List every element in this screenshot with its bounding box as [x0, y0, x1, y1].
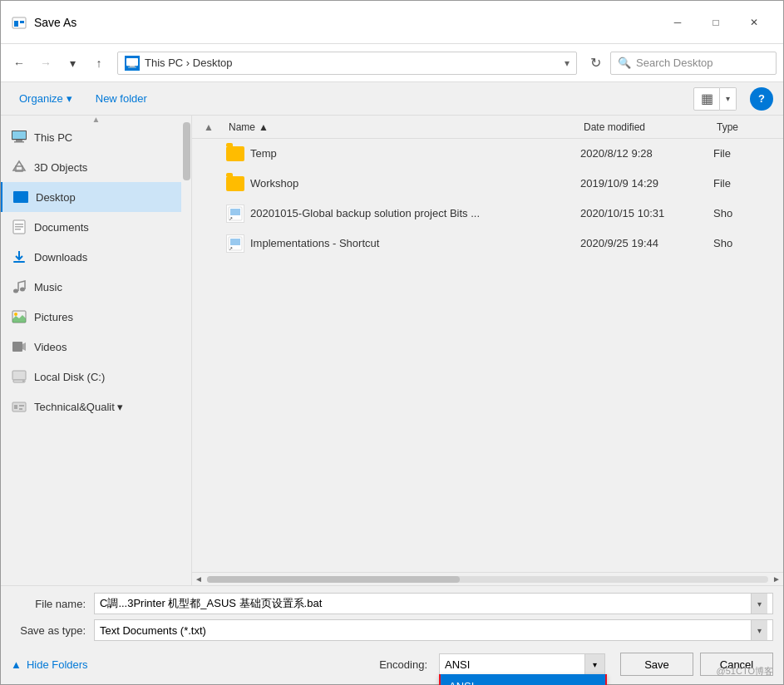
file-row-implementations[interactable]: ↗ Implementations - Shortcut 2020/9/25 1… [192, 229, 783, 259]
encoding-dropdown-button[interactable]: ▾ [584, 654, 604, 674]
view-mode-button[interactable]: ▦ [693, 87, 720, 111]
organize-button[interactable]: Organize ▾ [11, 87, 81, 111]
filename-dropdown-button[interactable]: ▾ [751, 594, 767, 614]
filetype-label: Save as type: [11, 624, 94, 637]
music-icon [11, 278, 27, 295]
shortcut-icon-implementations: ↗ [225, 234, 245, 254]
svg-rect-29 [19, 405, 24, 407]
file-name-implementations: Implementations - Shortcut [250, 237, 580, 249]
filetype-input[interactable]: Text Documents (*.txt) ▾ [94, 619, 773, 641]
search-bar[interactable]: 🔍 Search Desktop [610, 52, 777, 75]
filename-row: File name: C調...3Printer 机型都_ASUS 基础页设置系… [11, 593, 773, 614]
address-this-pc: This PC [145, 57, 183, 69]
main-content: ▲ This PC [1, 116, 783, 585]
address-dropdown-icon[interactable]: ▾ [565, 57, 570, 69]
forward-button[interactable]: → [34, 52, 57, 75]
sidebar-item-desktop[interactable]: Desktop [1, 182, 191, 212]
pictures-icon [11, 308, 27, 325]
localdisk-label: Local Disk (C:) [34, 371, 105, 383]
svg-rect-1 [14, 21, 18, 27]
scroll-thumb [207, 576, 460, 583]
music-label: Music [34, 281, 62, 293]
column-date[interactable]: Date modified [584, 121, 717, 133]
svg-rect-16 [15, 229, 21, 230]
file-type-backup: Sho [713, 207, 780, 219]
view-mode-dropdown[interactable]: ▾ [720, 87, 737, 111]
3dobjects-icon [11, 159, 27, 175]
help-button[interactable]: ? [750, 87, 773, 111]
search-placeholder: Search Desktop [636, 57, 713, 69]
encoding-option-ansi[interactable]: ANSI [441, 674, 605, 685]
scroll-right-button[interactable]: ► [770, 573, 783, 586]
file-row-workshop[interactable]: Workshop 2019/10/9 14:29 File [192, 169, 783, 199]
thispc-icon [11, 129, 27, 145]
address-desktop: Desktop [193, 57, 233, 69]
header-up-icon: ▲ [192, 121, 225, 133]
svg-rect-35 [230, 239, 240, 245]
maximize-button[interactable]: □ [697, 9, 735, 36]
sidebar-item-technical[interactable]: Technical&Qualit ▾ [1, 392, 191, 421]
back-button[interactable]: ← [7, 52, 31, 75]
sidebar-item-localdisk[interactable]: Local Disk (C:) [1, 362, 191, 392]
hide-folders-icon: ▲ [11, 658, 22, 671]
horizontal-scrollbar[interactable]: ◄ ► [192, 572, 783, 585]
file-list-container: ▲ Name ▲ Date modified Type Temp 2020/8/… [192, 116, 783, 585]
svg-rect-32 [230, 209, 240, 215]
svg-rect-9 [16, 140, 22, 141]
toolbar: Organize ▾ New folder ▦ ▾ ? [1, 82, 783, 116]
file-name-temp: Temp [250, 147, 580, 160]
sidebar-scroll-up[interactable]: ▲ [1, 116, 191, 122]
dropdown-button[interactable]: ▾ [61, 52, 84, 75]
scroll-track [207, 576, 768, 583]
sidebar-scroll-thumb [183, 122, 190, 180]
filetype-dropdown-button[interactable]: ▾ [751, 620, 767, 640]
desktop-icon [12, 189, 29, 205]
svg-point-21 [14, 313, 17, 316]
sidebar-item-downloads[interactable]: Downloads [1, 242, 191, 272]
thispc-label: This PC [34, 131, 72, 144]
view-controls: ▦ ▾ [693, 87, 737, 111]
dialog-icon [11, 14, 27, 31]
encoding-label: Encoding: [379, 658, 427, 671]
encoding-dropdown[interactable]: ANSI ▾ ANSI UTF-16 LE UTF-16 BE UTF-8 [439, 653, 605, 675]
sidebar-item-music[interactable]: Music [1, 272, 191, 302]
sort-icon: ▲ [259, 121, 269, 133]
filename-input[interactable]: C調...3Printer 机型都_ASUS 基础页设置系.bat ▾ [94, 593, 773, 614]
folder-icon-workshop [225, 174, 245, 194]
file-row-temp[interactable]: Temp 2020/8/12 9:28 File [192, 139, 783, 169]
new-folder-button[interactable]: New folder [87, 87, 155, 111]
up-button[interactable]: ↑ [87, 52, 111, 75]
scroll-left-button[interactable]: ◄ [192, 573, 205, 586]
filename-label: File name: [11, 598, 94, 610]
svg-point-26 [22, 381, 24, 382]
svg-point-19 [20, 288, 25, 292]
file-type-implementations: Sho [713, 237, 780, 249]
svg-text:↗: ↗ [229, 246, 233, 251]
minimize-button[interactable]: ─ [658, 9, 697, 36]
sidebar-item-videos[interactable]: Videos [1, 332, 191, 362]
file-row-backup[interactable]: ↗ 20201015-Global backup solution projec… [192, 199, 783, 229]
sidebar-item-documents[interactable]: Documents [1, 212, 191, 242]
svg-rect-14 [15, 224, 23, 225]
column-type[interactable]: Type [717, 121, 783, 133]
sidebar-item-pictures[interactable]: Pictures [1, 302, 191, 332]
address-bar[interactable]: This PC › Desktop ▾ [117, 52, 577, 75]
sidebar-scrollbar[interactable] [181, 116, 191, 421]
refresh-button[interactable]: ↻ [584, 52, 607, 75]
file-list: Temp 2020/8/12 9:28 File Workshop 2019/1… [192, 139, 783, 572]
sidebar: ▲ This PC [1, 116, 192, 585]
file-type-temp: File [713, 147, 780, 160]
save-button[interactable]: Save [620, 653, 693, 676]
sidebar-item-3dobjects[interactable]: 3D Objects [1, 152, 191, 182]
column-name[interactable]: Name ▲ [225, 121, 584, 133]
dialog-title: Save As [34, 16, 658, 29]
close-button[interactable]: ✕ [735, 9, 773, 36]
filetype-row: Save as type: Text Documents (*.txt) ▾ [11, 619, 773, 641]
pictures-label: Pictures [34, 311, 73, 323]
svg-rect-24 [12, 371, 26, 380]
organize-arrow-icon: ▾ [67, 92, 72, 105]
hide-folders-button[interactable]: ▲ Hide Folders [11, 658, 88, 671]
watermark: @51CTO博客 [717, 665, 773, 678]
sidebar-item-thispc[interactable]: This PC [1, 122, 191, 152]
svg-marker-23 [22, 342, 26, 351]
